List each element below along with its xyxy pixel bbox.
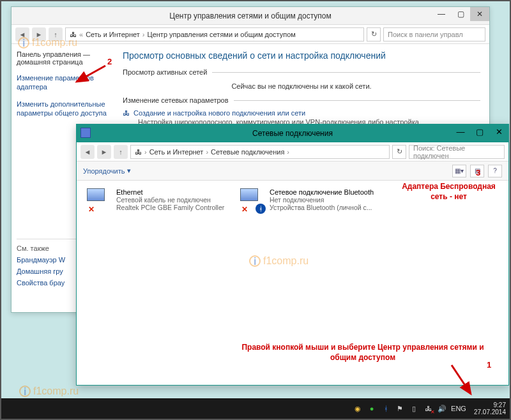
help-button[interactable]: ? (488, 165, 502, 177)
refresh-button[interactable]: ↻ (392, 145, 406, 159)
new-connection-link[interactable]: 🖧 Создание и настройка нового подключени… (123, 109, 480, 117)
breadcrumb-part[interactable]: Центр управления сетями и общим доступом (148, 31, 296, 38)
breadcrumb[interactable]: 🖧 › Сеть и Интернет › Сетевые подключени… (130, 145, 390, 159)
volume-tray-icon[interactable]: 🔊 (437, 403, 447, 414)
breadcrumb-part[interactable]: Сеть и Интернет (86, 31, 140, 38)
network-connections-window: Сетевые подключения — ▢ ✕ ◄ ► ↑ 🖧 › Сеть… (76, 124, 509, 386)
adapter-name: Сетевое подключение Bluetooth (270, 188, 374, 196)
up-button[interactable]: ↑ (114, 145, 128, 159)
snagit-tray-icon[interactable]: ◉ (353, 403, 363, 414)
watermark: f1comp.ru (19, 386, 79, 397)
breadcrumb[interactable]: 🖧 « Сеть и Интернет › Центр управления с… (65, 27, 364, 41)
power-tray-icon[interactable]: ▯ (409, 403, 419, 414)
bluetooth-tray-icon[interactable]: ᚼ (381, 403, 391, 414)
change-params-label: Изменение сетевых параметров (123, 96, 229, 104)
taskbar[interactable]: ◉ ● ᚼ ⚑ ▯ 🖧✕ 🔊 ENG 9:27 27.07.2014 (1, 398, 510, 419)
control-panel-icon: 🖧 (135, 148, 142, 156)
organize-menu[interactable]: Упорядочить ▾ (83, 167, 131, 175)
bluetooth-adapter-icon: ✕ ᚼ (240, 188, 266, 214)
window-controls: — ▢ ✕ (451, 124, 508, 139)
input-language[interactable]: ENG (451, 405, 466, 412)
window-title: Сетевые подключения (252, 129, 333, 138)
toolbar: Упорядочить ▾ ▦▾ ▤ ? (77, 161, 508, 181)
window-title: Центр управления сетями и общим доступом (169, 11, 332, 20)
active-networks-label: Просмотр активных сетей (123, 68, 207, 76)
disconnected-x-icon: ✕ (87, 205, 96, 214)
breadcrumb-part[interactable]: Сетевые подключения (211, 148, 284, 156)
close-button[interactable]: ✕ (489, 124, 508, 139)
address-bar: ◄ ► ↑ 🖧 « Сеть и Интернет › Центр управл… (11, 25, 489, 44)
window-controls: — ▢ ✕ (432, 7, 489, 21)
titlebar[interactable]: Центр управления сетями и общим доступом… (11, 7, 489, 25)
action-center-icon[interactable]: ⚑ (395, 403, 405, 414)
breadcrumb-part[interactable]: Сеть и Интернет (149, 148, 204, 156)
clock-time: 9:27 (474, 401, 506, 409)
no-network-text: Сейчас вы не подключены ни к какой сети. (123, 82, 480, 90)
adapter-status: Нет подключения (270, 196, 374, 204)
preview-pane-button[interactable]: ▤ (470, 165, 484, 177)
watermark: f1comp.ru (18, 37, 77, 49)
maximize-button[interactable]: ▢ (470, 124, 489, 139)
disconnected-x-icon: ✕ (240, 205, 249, 214)
view-icons-button[interactable]: ▦▾ (452, 165, 466, 177)
address-bar: ◄ ► ↑ 🖧 › Сеть и Интернет › Сетевые подк… (77, 142, 508, 161)
system-tray: ◉ ● ᚼ ⚑ ▯ 🖧✕ 🔊 ENG 9:27 27.07.2014 (353, 401, 506, 416)
clock[interactable]: 9:27 27.07.2014 (474, 401, 506, 416)
maximize-button[interactable]: ▢ (451, 7, 470, 21)
adapter-status: Сетевой кабель не подключен (116, 196, 224, 204)
page-heading: Просмотр основных сведений о сети и наст… (123, 50, 480, 61)
ethernet-adapter-icon: ✕ (87, 188, 112, 214)
adapter-item[interactable]: ✕ ᚼ Сетевое подключение Bluetooth Нет по… (240, 188, 381, 214)
minimize-button[interactable]: — (432, 7, 451, 21)
back-button[interactable]: ◄ (80, 145, 95, 159)
window-icon (80, 128, 91, 138)
network-tray-icon[interactable]: 🖧✕ (423, 403, 433, 414)
adapters-list: ✕ Ethernet Сетевой кабель не подключен R… (77, 181, 508, 221)
titlebar[interactable]: Сетевые подключения — ▢ ✕ (77, 124, 508, 142)
adapter-name: Ethernet (116, 188, 224, 196)
control-panel-home-link[interactable]: Панель управления — домашняя страница (17, 50, 109, 66)
clock-date: 27.07.2014 (474, 409, 506, 416)
network-setup-icon: 🖧 (123, 109, 130, 117)
search-input[interactable]: Поиск: Сетевые подключен (409, 145, 505, 159)
forward-button[interactable]: ► (97, 145, 111, 159)
change-adapter-settings-link[interactable]: Изменение параметров адаптера (17, 73, 109, 92)
skype-tray-icon[interactable]: ● (367, 403, 377, 414)
minimize-button[interactable]: — (451, 124, 470, 139)
watermark: f1comp.ru (249, 255, 309, 267)
bluetooth-icon: ᚼ (256, 204, 266, 214)
adapter-item[interactable]: ✕ Ethernet Сетевой кабель не подключен R… (87, 188, 227, 214)
search-input[interactable]: Поиск в панели управл (383, 27, 485, 41)
chevron-down-icon: ▾ (127, 167, 131, 175)
change-sharing-settings-link[interactable]: Изменить дополнительные параметры общего… (17, 100, 109, 118)
close-button[interactable]: ✕ (470, 7, 489, 21)
refresh-button[interactable]: ↻ (367, 27, 381, 41)
adapter-device: Realtek PCIe GBE Family Controller (116, 204, 224, 211)
adapter-device: Устройства Bluetooth (личной с... (270, 204, 374, 211)
